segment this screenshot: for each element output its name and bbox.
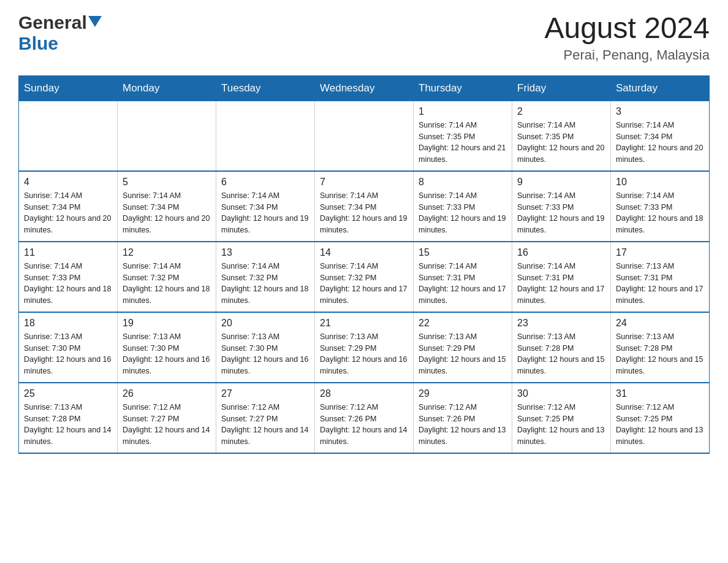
day-number: 7	[320, 177, 408, 188]
calendar-cell-w3-d6: 16 Sunrise: 7:14 AMSunset: 7:31 PMDaylig…	[512, 242, 611, 312]
day-number: 30	[517, 388, 605, 399]
day-info: Sunrise: 7:14 AMSunset: 7:34 PMDaylight:…	[123, 190, 211, 236]
title-section: August 2024 Perai, Penang, Malaysia	[544, 12, 710, 63]
day-info: Sunrise: 7:13 AMSunset: 7:28 PMDaylight:…	[517, 331, 605, 377]
calendar-cell-w4-d3: 20 Sunrise: 7:13 AMSunset: 7:30 PMDaylig…	[216, 312, 315, 383]
day-number: 28	[320, 388, 408, 399]
header-thursday: Thursday	[414, 75, 512, 101]
day-info: Sunrise: 7:14 AMSunset: 7:34 PMDaylight:…	[616, 120, 704, 166]
day-number: 17	[616, 247, 704, 258]
calendar-week-5: 25 Sunrise: 7:13 AMSunset: 7:28 PMDaylig…	[19, 383, 710, 453]
calendar-cell-w5-d3: 27 Sunrise: 7:12 AMSunset: 7:27 PMDaylig…	[216, 383, 315, 453]
calendar-cell-w2-d4: 7 Sunrise: 7:14 AMSunset: 7:34 PMDayligh…	[315, 171, 414, 242]
header-wednesday: Wednesday	[315, 75, 414, 101]
logo-triangle-icon	[88, 16, 102, 29]
header-saturday: Saturday	[611, 75, 710, 101]
calendar-cell-w4-d5: 22 Sunrise: 7:13 AMSunset: 7:29 PMDaylig…	[414, 312, 512, 383]
logo: General Blue	[18, 12, 102, 54]
calendar-cell-w5-d6: 30 Sunrise: 7:12 AMSunset: 7:25 PMDaylig…	[512, 383, 611, 453]
logo-general-text: General	[18, 12, 87, 33]
day-info: Sunrise: 7:12 AMSunset: 7:26 PMDaylight:…	[320, 402, 408, 448]
calendar-week-3: 11 Sunrise: 7:14 AMSunset: 7:33 PMDaylig…	[19, 242, 710, 312]
day-info: Sunrise: 7:13 AMSunset: 7:29 PMDaylight:…	[320, 331, 408, 377]
day-info: Sunrise: 7:12 AMSunset: 7:27 PMDaylight:…	[123, 402, 211, 448]
day-number: 19	[123, 318, 211, 329]
day-info: Sunrise: 7:12 AMSunset: 7:26 PMDaylight:…	[419, 402, 507, 448]
calendar-cell-w2-d7: 10 Sunrise: 7:14 AMSunset: 7:33 PMDaylig…	[611, 171, 710, 242]
calendar-cell-w2-d3: 6 Sunrise: 7:14 AMSunset: 7:34 PMDayligh…	[216, 171, 315, 242]
day-info: Sunrise: 7:12 AMSunset: 7:25 PMDaylight:…	[517, 402, 605, 448]
day-info: Sunrise: 7:13 AMSunset: 7:28 PMDaylight:…	[24, 402, 112, 448]
calendar-cell-w1-d6: 2 Sunrise: 7:14 AMSunset: 7:35 PMDayligh…	[512, 101, 611, 171]
calendar-cell-w1-d2	[118, 101, 216, 171]
day-number: 18	[24, 318, 112, 329]
day-number: 8	[419, 177, 507, 188]
day-number: 6	[221, 177, 309, 188]
day-number: 15	[419, 247, 507, 258]
day-number: 10	[616, 177, 704, 188]
calendar-cell-w1-d3	[216, 101, 315, 171]
day-info: Sunrise: 7:14 AMSunset: 7:32 PMDaylight:…	[320, 261, 408, 307]
day-number: 21	[320, 318, 408, 329]
day-info: Sunrise: 7:13 AMSunset: 7:30 PMDaylight:…	[123, 331, 211, 377]
day-info: Sunrise: 7:13 AMSunset: 7:28 PMDaylight:…	[616, 331, 704, 377]
header-tuesday: Tuesday	[216, 75, 315, 101]
calendar-cell-w2-d1: 4 Sunrise: 7:14 AMSunset: 7:34 PMDayligh…	[19, 171, 118, 242]
day-number: 22	[419, 318, 507, 329]
day-info: Sunrise: 7:14 AMSunset: 7:32 PMDaylight:…	[123, 261, 211, 307]
logo-blue-text: Blue	[18, 33, 58, 53]
day-number: 29	[419, 388, 507, 399]
calendar-week-2: 4 Sunrise: 7:14 AMSunset: 7:34 PMDayligh…	[19, 171, 710, 242]
calendar-cell-w2-d5: 8 Sunrise: 7:14 AMSunset: 7:33 PMDayligh…	[414, 171, 512, 242]
calendar-table: Sunday Monday Tuesday Wednesday Thursday…	[18, 75, 710, 454]
calendar-cell-w2-d6: 9 Sunrise: 7:14 AMSunset: 7:33 PMDayligh…	[512, 171, 611, 242]
calendar-cell-w5-d5: 29 Sunrise: 7:12 AMSunset: 7:26 PMDaylig…	[414, 383, 512, 453]
day-number: 31	[616, 388, 704, 399]
calendar-cell-w3-d5: 15 Sunrise: 7:14 AMSunset: 7:31 PMDaylig…	[414, 242, 512, 312]
calendar-cell-w5-d4: 28 Sunrise: 7:12 AMSunset: 7:26 PMDaylig…	[315, 383, 414, 453]
day-number: 24	[616, 318, 704, 329]
day-number: 1	[419, 106, 507, 117]
day-info: Sunrise: 7:14 AMSunset: 7:33 PMDaylight:…	[616, 190, 704, 236]
calendar-cell-w1-d7: 3 Sunrise: 7:14 AMSunset: 7:34 PMDayligh…	[611, 101, 710, 171]
day-info: Sunrise: 7:13 AMSunset: 7:29 PMDaylight:…	[419, 331, 507, 377]
header-friday: Friday	[512, 75, 611, 101]
calendar-cell-w3-d4: 14 Sunrise: 7:14 AMSunset: 7:32 PMDaylig…	[315, 242, 414, 312]
calendar-cell-w2-d2: 5 Sunrise: 7:14 AMSunset: 7:34 PMDayligh…	[118, 171, 216, 242]
day-number: 4	[24, 177, 112, 188]
day-info: Sunrise: 7:14 AMSunset: 7:31 PMDaylight:…	[517, 261, 605, 307]
day-number: 3	[616, 106, 704, 117]
day-number: 27	[221, 388, 309, 399]
day-info: Sunrise: 7:14 AMSunset: 7:34 PMDaylight:…	[320, 190, 408, 236]
calendar-cell-w1-d1	[19, 101, 118, 171]
day-number: 9	[517, 177, 605, 188]
location-text: Perai, Penang, Malaysia	[544, 47, 710, 63]
day-info: Sunrise: 7:12 AMSunset: 7:25 PMDaylight:…	[616, 402, 704, 448]
day-info: Sunrise: 7:14 AMSunset: 7:33 PMDaylight:…	[517, 190, 605, 236]
calendar-cell-w3-d1: 11 Sunrise: 7:14 AMSunset: 7:33 PMDaylig…	[19, 242, 118, 312]
day-info: Sunrise: 7:12 AMSunset: 7:27 PMDaylight:…	[221, 402, 309, 448]
calendar-cell-w4-d1: 18 Sunrise: 7:13 AMSunset: 7:30 PMDaylig…	[19, 312, 118, 383]
calendar-cell-w4-d7: 24 Sunrise: 7:13 AMSunset: 7:28 PMDaylig…	[611, 312, 710, 383]
calendar-cell-w3-d2: 12 Sunrise: 7:14 AMSunset: 7:32 PMDaylig…	[118, 242, 216, 312]
day-number: 5	[123, 177, 211, 188]
day-info: Sunrise: 7:14 AMSunset: 7:32 PMDaylight:…	[221, 261, 309, 307]
header-sunday: Sunday	[19, 75, 118, 101]
day-info: Sunrise: 7:14 AMSunset: 7:35 PMDaylight:…	[419, 120, 507, 166]
calendar-cell-w4-d4: 21 Sunrise: 7:13 AMSunset: 7:29 PMDaylig…	[315, 312, 414, 383]
calendar-cell-w5-d2: 26 Sunrise: 7:12 AMSunset: 7:27 PMDaylig…	[118, 383, 216, 453]
day-info: Sunrise: 7:14 AMSunset: 7:33 PMDaylight:…	[419, 190, 507, 236]
day-number: 14	[320, 247, 408, 258]
day-number: 12	[123, 247, 211, 258]
day-info: Sunrise: 7:13 AMSunset: 7:31 PMDaylight:…	[616, 261, 704, 307]
day-info: Sunrise: 7:13 AMSunset: 7:30 PMDaylight:…	[24, 331, 112, 377]
calendar-cell-w1-d4	[315, 101, 414, 171]
day-info: Sunrise: 7:14 AMSunset: 7:34 PMDaylight:…	[24, 190, 112, 236]
day-number: 23	[517, 318, 605, 329]
day-number: 20	[221, 318, 309, 329]
day-number: 26	[123, 388, 211, 399]
calendar-header-row: Sunday Monday Tuesday Wednesday Thursday…	[19, 75, 710, 101]
day-info: Sunrise: 7:14 AMSunset: 7:34 PMDaylight:…	[221, 190, 309, 236]
calendar-cell-w5-d7: 31 Sunrise: 7:12 AMSunset: 7:25 PMDaylig…	[611, 383, 710, 453]
day-info: Sunrise: 7:14 AMSunset: 7:35 PMDaylight:…	[517, 120, 605, 166]
